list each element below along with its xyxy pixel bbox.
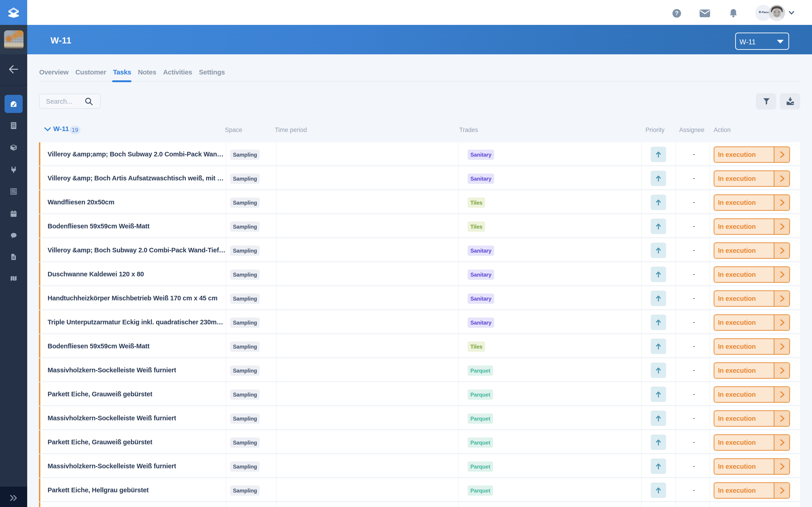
svg-text:?: ? [675,10,678,16]
